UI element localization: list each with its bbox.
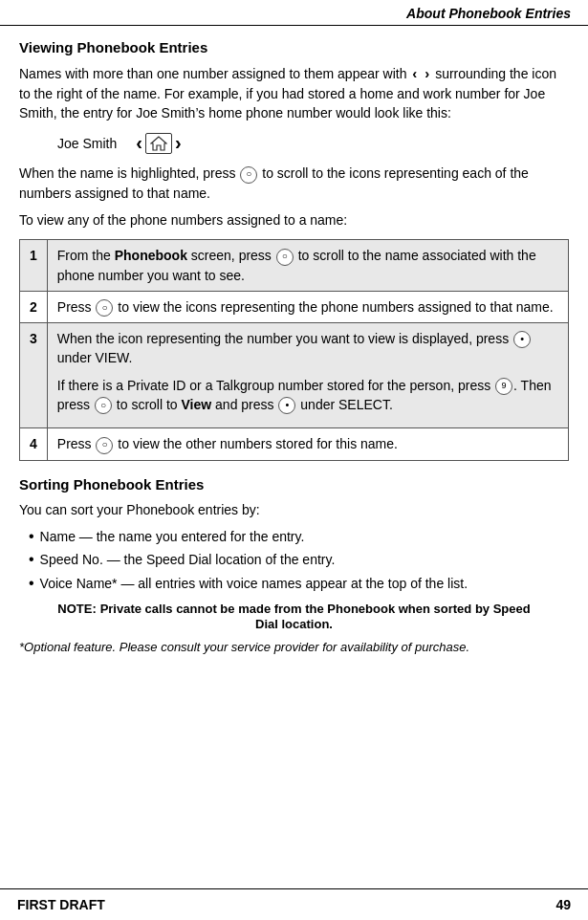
step-1-num: 1	[20, 240, 48, 292]
btn-icon-s3b: 9	[495, 378, 512, 395]
bullet-speed: Speed No. — the Speed Dial location of t…	[40, 550, 336, 569]
scroll-icon-s4: ○	[96, 437, 113, 454]
step-3-num: 3	[20, 323, 48, 428]
sorting-intro: You can sort your Phonebook entries by:	[19, 500, 569, 519]
sorting-section-title: Sorting Phonebook Entries	[19, 476, 569, 493]
header-title: About Phonebook Entries	[406, 6, 571, 21]
optional-text: *Optional feature. Please consult your s…	[19, 639, 569, 657]
page-header: About Phonebook Entries	[0, 0, 588, 26]
example-row: Joe Smith ‹ ›	[57, 132, 569, 154]
chevron-right-icon: ›	[425, 65, 429, 81]
table-row: 1 From the Phonebook screen, press ○ to …	[20, 240, 569, 292]
table-row: 2 Press ○ to view the icons representing…	[20, 291, 569, 322]
chevron-left-icon: ‹	[412, 65, 417, 81]
step-4-text: Press ○ to view the other numbers stored…	[47, 428, 568, 460]
table-row: 4 Press ○ to view the other numbers stor…	[20, 428, 569, 460]
scroll-button-icon: ○	[240, 166, 257, 184]
step-2-text: Press ○ to view the icons representing t…	[47, 291, 568, 322]
step-4-num: 4	[20, 428, 48, 460]
chevron-right-example-icon: ›	[175, 132, 182, 154]
chevron-house-group: ‹ ›	[136, 132, 181, 154]
viewing-intro-p3: To view any of the phone numbers assigne…	[19, 210, 569, 230]
scroll-icon-s3: ○	[95, 397, 112, 414]
viewing-intro-p2: When the name is highlighted, press ○ to…	[19, 164, 569, 203]
step-3-text: When the icon representing the number yo…	[47, 323, 568, 428]
bullet-name: Name — the name you entered for the entr…	[40, 527, 305, 546]
footer-page-number: 49	[555, 897, 571, 912]
scroll-icon-s2: ○	[96, 299, 113, 317]
note-label: NOTE:	[57, 602, 96, 616]
page-content: Viewing Phonebook Entries Names with mor…	[0, 26, 588, 888]
table-row: 3 When the icon representing the number …	[20, 323, 569, 428]
footer-draft-label: FIRST DRAFT	[17, 897, 105, 912]
step-2-num: 2	[20, 291, 48, 322]
list-item: Voice Name* — all entries with voice nam…	[29, 574, 569, 593]
scroll-icon-s1: ○	[276, 249, 294, 266]
example-name: Joe Smith	[57, 136, 117, 151]
btn-icon-s3c: •	[278, 397, 295, 414]
viewing-intro-p1: Names with more than one number assigned…	[19, 63, 569, 122]
list-item: Speed No. — the Speed Dial location of t…	[29, 550, 569, 569]
house-svg	[150, 136, 167, 151]
note-text: Private calls cannot be made from the Ph…	[100, 602, 531, 631]
sorting-bullets: Name — the name you entered for the entr…	[29, 527, 569, 593]
svg-marker-0	[151, 137, 166, 150]
viewing-section-title: Viewing Phonebook Entries	[19, 39, 569, 55]
list-item: Name — the name you entered for the entr…	[29, 527, 569, 546]
note-box: NOTE: Private calls cannot be made from …	[48, 601, 540, 631]
btn-icon-s3a: •	[513, 331, 531, 348]
bullet-voice: Voice Name* — all entries with voice nam…	[40, 574, 468, 593]
page-footer: FIRST DRAFT 49	[0, 888, 588, 920]
house-icon	[145, 133, 172, 154]
steps-table: 1 From the Phonebook screen, press ○ to …	[19, 239, 569, 460]
step-1-text: From the Phonebook screen, press ○ to sc…	[47, 240, 568, 292]
chevron-left-example-icon: ‹	[136, 132, 142, 154]
